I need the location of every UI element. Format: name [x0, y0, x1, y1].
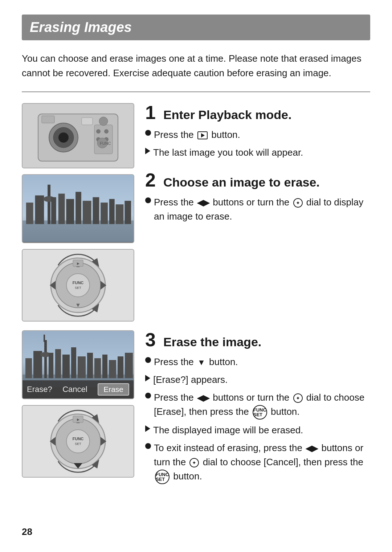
dial-image-step2: FUNC SET ▲ ▼ [22, 249, 134, 322]
svg-rect-55 [109, 360, 116, 378]
step3-number: 3 [145, 330, 158, 349]
svg-rect-25 [93, 197, 99, 224]
svg-rect-48 [55, 349, 61, 378]
svg-rect-56 [118, 356, 123, 378]
erase-bar-overlay: Erase? Cancel Erase [23, 380, 134, 398]
svg-rect-18 [48, 184, 50, 224]
dial-svg-step3: FUNC SET ▲ [42, 409, 114, 474]
erase-label: Erase? [27, 385, 52, 394]
step3-section: Erase? Cancel Erase FUNC SET [22, 330, 370, 495]
step1-title: Enter Playback mode. [163, 108, 291, 122]
svg-rect-43 [25, 358, 32, 378]
cancel-label: Cancel [62, 385, 87, 394]
step3-block: 3 Erase the image. Press the ▼ button. [… [145, 330, 370, 484]
step3-instr-4: The displayed image will be erased. [145, 423, 370, 437]
step3-instr-3: Press the ◀▶ buttons or turn the dial to… [145, 391, 370, 420]
step1-text-2: The last image you took will appear. [153, 146, 370, 160]
svg-rect-50 [71, 347, 76, 378]
playback-icon [197, 131, 208, 139]
triangle-3b [145, 425, 150, 432]
svg-rect-17 [35, 195, 44, 224]
svg-rect-26 [101, 203, 108, 224]
page-title: Erasing Images [30, 20, 362, 35]
step2-title: Choose an image to erase. [163, 175, 320, 189]
title-bar: Erasing Images [22, 15, 370, 40]
dial-icon-1 [293, 198, 303, 208]
func-icon-1: FUNCSET [253, 405, 267, 420]
svg-rect-16 [26, 203, 33, 224]
page-number: 28 [22, 526, 32, 537]
down-arrow-icon: ▼ [197, 356, 205, 368]
top-section: FUNC [22, 103, 370, 322]
step3-instr-5: To exit instead of erasing, press the ◀▶… [145, 441, 370, 484]
svg-text:▶: ▶ [77, 418, 79, 421]
bullet-icon-1 [145, 130, 151, 136]
lr-arrows-icon-3: ◀▶ [306, 442, 318, 454]
cityscape-erase-image: Erase? Cancel Erase [22, 330, 134, 399]
lr-arrows-icon-1: ◀▶ [197, 197, 209, 209]
section-divider [22, 91, 370, 92]
svg-point-7 [99, 117, 108, 126]
step3-images-column: Erase? Cancel Erase FUNC SET [22, 330, 134, 495]
step3-instruction-list: Press the ▼ button. [Erase?] appears. Pr… [145, 355, 370, 484]
svg-text:FUNC: FUNC [73, 437, 84, 441]
step1-instruction-1: Press the button. [145, 128, 370, 142]
svg-rect-52 [87, 353, 93, 378]
step3-text-2: [Erase?] appears. [153, 373, 370, 387]
svg-rect-28 [116, 204, 124, 224]
svg-rect-51 [78, 356, 86, 378]
step2-heading: 2 Choose an image to erase. [145, 171, 370, 189]
svg-text:SET: SET [75, 286, 81, 290]
svg-rect-5 [42, 116, 54, 123]
step3-instructions: 3 Erase the image. Press the ▼ button. [… [145, 330, 370, 495]
step3-text-5: To exit instead of erasing, press the ◀▶… [154, 441, 370, 484]
svg-point-9 [104, 129, 109, 134]
step3-text-3: Press the ◀▶ buttons or turn the dial to… [154, 391, 370, 420]
svg-rect-45 [44, 340, 47, 378]
svg-text:SET: SET [75, 442, 81, 446]
dial-icon-2 [293, 393, 303, 403]
svg-rect-21 [58, 193, 65, 224]
svg-point-8 [96, 129, 101, 134]
page-container: Erasing Images You can choose and erase … [0, 0, 392, 552]
svg-point-3 [58, 132, 69, 143]
step3-text-1: Press the ▼ button. [154, 355, 370, 369]
erase-button-label: Erase [98, 383, 129, 396]
top-images-column: FUNC [22, 103, 134, 322]
triangle-3a [145, 375, 150, 381]
svg-text:▼: ▼ [75, 302, 81, 308]
steps-1-2-instructions: 1 Enter Playback mode. Press the button.… [145, 103, 370, 322]
step1-instructions: Press the button. The last image you too… [145, 128, 370, 160]
step3-heading: 3 Erase the image. [145, 330, 370, 349]
svg-point-32 [66, 274, 90, 297]
svg-rect-49 [62, 355, 70, 378]
bullet-circle-3a [145, 357, 151, 363]
svg-rect-58 [44, 335, 45, 342]
svg-rect-54 [102, 355, 107, 378]
svg-rect-57 [125, 353, 133, 378]
camera-diagram-image: FUNC [22, 103, 134, 168]
dial-icon-3 [189, 458, 199, 467]
step1-block: 1 Enter Playback mode. Press the button.… [145, 103, 370, 160]
svg-rect-4 [82, 118, 93, 125]
step1-number: 1 [145, 103, 158, 122]
svg-rect-29 [124, 201, 131, 224]
svg-text:▶: ▶ [77, 262, 79, 265]
svg-rect-27 [109, 199, 115, 224]
svg-rect-22 [66, 199, 74, 224]
camera-diagram-svg: FUNC [27, 107, 129, 165]
cityscape-image-step2 [22, 174, 134, 243]
svg-rect-20 [51, 197, 56, 224]
step3-instr-1: Press the ▼ button. [145, 355, 370, 369]
step1-instruction-2: The last image you took will appear. [145, 146, 370, 160]
bullet-circle-3c [145, 443, 151, 449]
step3-title: Erase the image. [163, 335, 261, 349]
bullet-icon-2 [145, 197, 151, 203]
svg-rect-23 [75, 192, 81, 224]
func-icon-2: FUNCSET [155, 470, 170, 484]
step3-text-4: The displayed image will be erased. [153, 423, 370, 437]
step1-text-1: Press the button. [154, 128, 370, 142]
svg-rect-24 [83, 201, 91, 224]
svg-point-61 [66, 430, 90, 453]
dial-svg-step2: FUNC SET ▲ ▼ [42, 253, 114, 318]
